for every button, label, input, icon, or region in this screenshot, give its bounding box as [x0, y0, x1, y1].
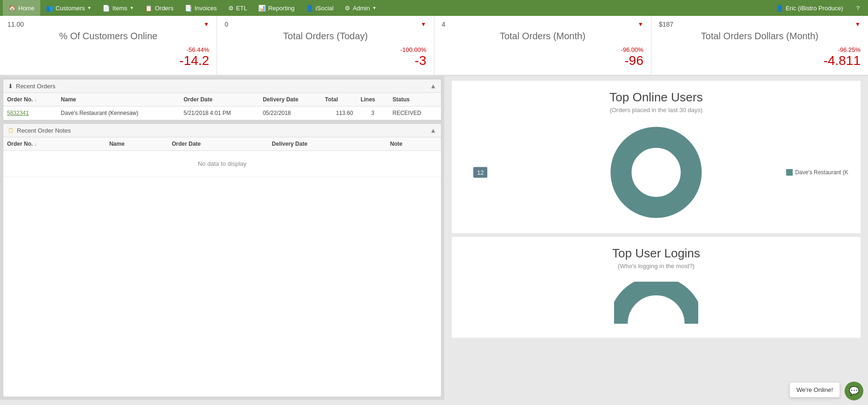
metric-arrow-1: ▼	[421, 21, 427, 28]
metric-change-2: -96	[442, 53, 644, 68]
recent-orders-icon: ⬇	[8, 83, 13, 90]
recent-orders-collapse-btn[interactable]: ▲	[430, 82, 436, 90]
nav-right: 👤 Eric (iBistro Produce) ?	[770, 0, 865, 16]
nav-items[interactable]: 📄 Items ▼	[97, 0, 139, 16]
order-no-sort-icon[interactable]: ↓	[35, 97, 37, 102]
col-name: Name	[57, 93, 180, 107]
donut-container: 12 Dave's Restaurant (K	[459, 121, 853, 224]
metric-customers-online: 11.00 ▼ % Of Customers Online -56.44% -1…	[0, 16, 217, 75]
home-icon: 🏠	[8, 5, 16, 12]
reporting-icon: 📊	[258, 5, 266, 12]
notes-col-order-no: Order No. ↓	[3, 137, 106, 151]
metric-orders-month: 4 ▼ Total Orders (Month) -96.00% -96	[434, 16, 651, 75]
nav-etl-label: ETL	[236, 5, 247, 12]
customers-icon: 👥	[46, 5, 53, 12]
user-icon: 👤	[776, 5, 783, 12]
recent-order-notes-table: Order No. ↓ Name Order Date Delivery Dat…	[3, 137, 441, 177]
order-lines-cell: 3	[357, 107, 389, 120]
nav-admin[interactable]: ⚙ Admin ▼	[339, 0, 382, 16]
col-order-date: Order Date	[180, 93, 259, 107]
metrics-row: 11.00 ▼ % Of Customers Online -56.44% -1…	[0, 16, 868, 76]
notes-no-data-cell: No data to display	[3, 151, 441, 177]
nav-orders-label: Orders	[155, 5, 174, 12]
notes-thead-row: Order No. ↓ Name Order Date Delivery Dat…	[3, 137, 441, 151]
table-row: 5832341 Dave's Restaurant (Kennesaw) 5/2…	[3, 107, 441, 120]
order-delivery-date-cell: 05/22/2018	[259, 107, 321, 120]
chat-button[interactable]: 💬	[845, 382, 863, 400]
nav-admin-label: Admin	[353, 5, 370, 12]
top-user-logins-subtitle: (Who's logging in the most?)	[459, 263, 853, 270]
metric-arrow-3: ▼	[855, 21, 861, 28]
navbar: 🏠 Home 👥 Customers ▼ 📄 Items ▼ 📋 Orders …	[0, 0, 868, 16]
recent-order-notes-header-left: 🗒 Recent Order Notes	[8, 127, 71, 134]
col-delivery-date: Delivery Date	[259, 93, 321, 107]
order-total-cell: 113.60	[321, 107, 357, 120]
metric-small-val-0: 11.00	[7, 21, 24, 28]
donut-value: 12	[477, 169, 484, 176]
legend-color-0	[786, 169, 793, 176]
metric-label-3: Total Orders Dollars (Month)	[659, 31, 861, 42]
orders-icon: 📋	[145, 5, 152, 12]
metric-pct-2: -96.00%	[442, 46, 644, 53]
help-icon: ?	[856, 5, 860, 12]
recent-orders-thead-row: Order No. ↓ Name Order Date Delivery Dat…	[3, 93, 441, 107]
donut-label: 12	[473, 167, 487, 178]
notes-col-name: Name	[106, 137, 168, 151]
metric-arrow-2: ▼	[638, 21, 644, 28]
recent-notes-icon: 🗒	[8, 127, 14, 134]
nav-invoices-label: Invoices	[195, 5, 217, 12]
notes-col-order-date: Order Date	[168, 137, 268, 151]
notes-order-no-sort-icon[interactable]: ↓	[35, 142, 37, 147]
metric-small-val-1: 0	[224, 21, 228, 28]
nav-home[interactable]: 🏠 Home	[3, 0, 40, 16]
svg-point-1	[635, 151, 677, 193]
nav-reporting[interactable]: 📊 Reporting	[253, 0, 300, 16]
metric-orders-dollars-month: $187 ▼ Total Orders Dollars (Month) -96.…	[651, 16, 868, 75]
nav-customers[interactable]: 👥 Customers ▼	[40, 0, 97, 16]
items-caret: ▼	[130, 6, 134, 10]
nav-orders[interactable]: 📋 Orders	[139, 0, 179, 16]
top-user-logins-title: Top User Logins	[459, 246, 853, 261]
top-online-users-title: Top Online Users	[459, 90, 853, 105]
metric-label-2: Total Orders (Month)	[442, 31, 644, 42]
items-icon: 📄	[102, 5, 110, 12]
order-no-link[interactable]: 5832341	[7, 110, 29, 116]
recent-orders-table: Order No. ↓ Name Order Date Delivery Dat…	[3, 93, 441, 120]
recent-order-notes-header: 🗒 Recent Order Notes ▲	[3, 124, 441, 137]
order-no-cell: 5832341	[3, 107, 57, 120]
notes-col-delivery-date: Delivery Date	[268, 137, 386, 151]
chat-online-text: We're Online!	[796, 386, 833, 393]
main-layout: ⬇ Recent Orders ▲ Order No. ↓ Name Order…	[0, 76, 868, 400]
top-online-users-subtitle: (Orders placed in the last 30 days)	[459, 107, 853, 114]
nav-help[interactable]: ?	[851, 0, 865, 16]
recent-notes-collapse-btn[interactable]: ▲	[430, 127, 436, 134]
nav-invoices[interactable]: 📑 Invoices	[179, 0, 223, 16]
metric-orders-today: 0 ▼ Total Orders (Today) -100.00% -3	[217, 16, 434, 75]
metric-small-val-2: 4	[442, 21, 446, 28]
metric-change-1: -3	[224, 53, 426, 68]
nav-customers-label: Customers	[56, 5, 85, 12]
nav-etl[interactable]: ⚙ ETL	[223, 0, 253, 16]
metric-pct-3: -96.25%	[659, 46, 861, 53]
col-order-no: Order No. ↓	[3, 93, 57, 107]
metric-arrow-0: ▼	[203, 21, 209, 28]
top-online-users-section: Top Online Users (Orders placed in the l…	[452, 81, 861, 233]
nav-isocial-label: iSocial	[316, 5, 333, 12]
customers-caret: ▼	[87, 6, 92, 10]
right-column: Top Online Users (Orders placed in the l…	[444, 76, 868, 400]
nav-user[interactable]: 👤 Eric (iBistro Produce)	[770, 0, 849, 16]
metric-small-val-3: $187	[659, 21, 673, 28]
recent-orders-title: Recent Orders	[16, 83, 56, 90]
recent-orders-header: ⬇ Recent Orders ▲	[3, 79, 441, 93]
recent-order-notes-title: Recent Order Notes	[17, 127, 71, 134]
nav-isocial[interactable]: 👤 iSocial	[300, 0, 339, 16]
donut-chart	[609, 126, 703, 219]
notes-col-note: Note	[386, 137, 441, 151]
recent-order-notes-panel: 🗒 Recent Order Notes ▲ Order No. ↓ Name …	[3, 123, 441, 397]
metric-pct-0: -56.44%	[7, 46, 209, 53]
recent-orders-header-left: ⬇ Recent Orders	[8, 83, 56, 90]
legend-label-0: Dave's Restaurant (K	[795, 169, 848, 176]
chat-bubble: We're Online!	[789, 382, 840, 398]
order-date-cell: 5/21/2018 4:01 PM	[180, 107, 259, 120]
etl-icon: ⚙	[228, 5, 234, 12]
